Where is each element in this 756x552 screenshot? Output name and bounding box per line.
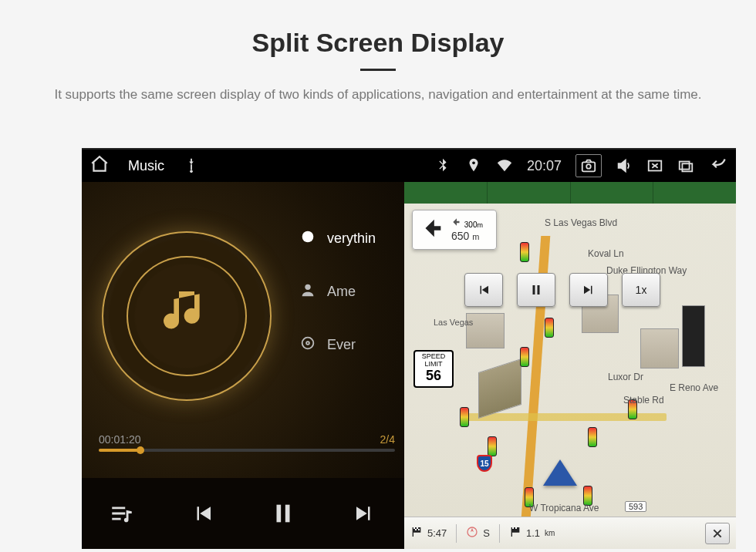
close-icon[interactable] — [646, 157, 663, 174]
traffic-light-icon — [545, 318, 554, 338]
map-prev-button[interactable] — [464, 273, 503, 307]
car-head-unit: Music 20:07 — [82, 148, 736, 549]
svg-rect-2 — [582, 162, 596, 171]
app-title: Music — [128, 158, 164, 174]
svg-rect-15 — [413, 527, 415, 529]
road-tag: 593 — [625, 501, 646, 512]
traffic-light-icon — [460, 407, 469, 427]
checkered-flag-icon — [509, 526, 521, 540]
now-playing-icon — [299, 228, 316, 249]
track-title: verythin — [327, 231, 376, 247]
seek-bar[interactable] — [99, 449, 395, 452]
traffic-light-icon — [520, 242, 529, 262]
svg-rect-12 — [285, 505, 290, 523]
road-label: Koval Ln — [586, 248, 626, 259]
turn-arrow-small: 300m — [451, 217, 483, 229]
svg-rect-11 — [277, 505, 282, 523]
map-playback-controls: 1x — [464, 273, 660, 307]
checkered-flag-icon — [410, 526, 423, 540]
page-subtitle: It supports the same screen display of t… — [54, 85, 702, 105]
svg-point-3 — [586, 164, 591, 169]
svg-rect-20 — [512, 527, 514, 529]
volume-icon[interactable] — [616, 157, 633, 174]
svg-point-10 — [306, 342, 309, 345]
svg-rect-5 — [680, 162, 690, 170]
recent-apps-icon[interactable] — [677, 157, 694, 174]
track-row[interactable]: Ame — [299, 281, 376, 302]
road-label: E Reno Ave — [668, 382, 720, 393]
interstate-shield: 15 — [477, 455, 492, 472]
svg-rect-18 — [418, 529, 420, 530]
speed-limit-sign: SPEED LIMIT 56 — [413, 350, 454, 388]
track-counter: 2/4 — [380, 433, 395, 446]
traffic-light-icon — [488, 436, 497, 456]
prev-track-button[interactable] — [187, 497, 219, 530]
svg-point-1 — [472, 162, 475, 165]
clock-time: 20:07 — [527, 158, 562, 174]
traffic-light-icon — [588, 427, 597, 447]
track-title: Ame — [327, 284, 356, 300]
svg-rect-13 — [533, 285, 535, 295]
page-title: Split Screen Display — [31, 28, 725, 58]
distance-stat: 1.1 km — [509, 526, 555, 540]
music-pane: verythin Ame Ever 00:01:20 — [82, 182, 404, 549]
playlist-button[interactable] — [106, 497, 138, 530]
bluetooth-icon — [434, 157, 451, 174]
wifi-icon — [496, 157, 513, 174]
location-icon — [465, 157, 482, 174]
status-bar: Music 20:07 — [82, 150, 736, 182]
navigation-pane[interactable]: S Las Vegas Blvd Koval Ln Duke Ellington… — [404, 182, 736, 549]
usb-icon[interactable] — [183, 157, 200, 174]
marketing-header: Split Screen Display It supports the sam… — [0, 0, 756, 120]
road-label: Las Vegas — [432, 318, 474, 327]
road-label: Stable Rd — [622, 395, 666, 406]
home-icon[interactable] — [89, 154, 110, 177]
close-nav-button[interactable] — [705, 523, 730, 544]
turn-instruction: 300m 650 m — [412, 210, 497, 250]
svg-point-7 — [302, 231, 314, 243]
map-building — [640, 328, 679, 369]
svg-rect-14 — [538, 285, 540, 295]
svg-rect-16 — [417, 527, 418, 529]
track-row[interactable]: verythin — [299, 228, 376, 249]
map-building — [682, 305, 705, 367]
road-label: S Las Vegas Blvd — [543, 217, 619, 228]
svg-point-0 — [190, 170, 193, 173]
current-position-arrow — [543, 459, 577, 486]
track-list: verythin Ame Ever — [299, 228, 376, 355]
road-label: Luxor Dr — [606, 372, 645, 382]
next-track-button[interactable] — [348, 497, 380, 530]
elapsed-time: 00:01:20 — [99, 433, 141, 446]
nav-bottom-bar: 5:47 S 1.1 km — [404, 517, 736, 549]
map-pause-button[interactable] — [517, 273, 555, 307]
compass-stat: S — [466, 526, 490, 540]
track-row[interactable]: Ever — [299, 335, 376, 355]
track-title: Ever — [327, 337, 356, 353]
nav-top-tabs[interactable] — [404, 182, 736, 204]
music-controls — [82, 478, 404, 549]
turn-left-icon — [419, 215, 445, 244]
map-next-button[interactable] — [569, 273, 608, 307]
title-underline — [360, 69, 396, 71]
music-note-icon — [156, 284, 218, 348]
screenshot-icon[interactable] — [575, 154, 602, 177]
map-speed-button[interactable]: 1x — [622, 273, 660, 307]
album-icon — [299, 335, 316, 355]
svg-rect-6 — [682, 163, 692, 171]
compass-icon — [466, 526, 478, 540]
pause-button[interactable] — [267, 497, 299, 530]
traffic-light-icon — [520, 347, 529, 367]
artist-icon — [299, 281, 316, 302]
svg-rect-17 — [415, 529, 417, 530]
svg-point-8 — [305, 284, 310, 290]
svg-rect-21 — [515, 527, 517, 529]
back-icon[interactable] — [708, 154, 728, 177]
map-building — [478, 358, 521, 419]
svg-point-9 — [302, 338, 314, 349]
eta-stat: 5:47 — [410, 526, 447, 540]
album-art — [127, 256, 247, 376]
turn-distance: 650 m — [451, 230, 479, 242]
road-label: W Tropicana Ave — [528, 503, 601, 513]
progress: 00:01:20 2/4 — [99, 433, 395, 452]
